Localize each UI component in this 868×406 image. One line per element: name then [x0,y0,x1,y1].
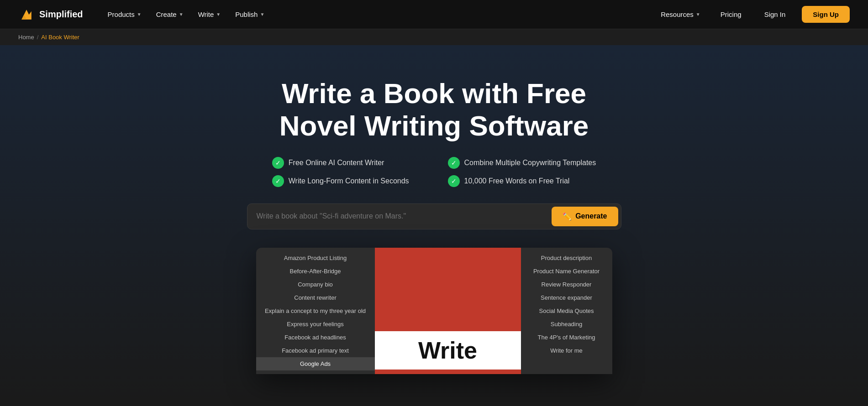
generate-label: Generate [575,212,607,220]
list-item[interactable]: Express your feelings [256,318,375,331]
breadcrumb-separator: / [37,34,39,41]
feature-item-2: ✓ Combine Multiple Copywriting Templates [448,157,596,169]
feature-item-4: ✓ 10,000 Free Words on Free Trial [448,175,596,187]
resources-chevron-icon: ▼ [696,12,700,17]
preview-section: Amazon Product Listing Before-After-Brid… [256,229,612,374]
check-icon-4: ✓ [448,175,460,187]
hero-title: Write a Book with Free Novel Writing Sof… [252,77,617,142]
breadcrumb-home[interactable]: Home [18,34,34,41]
list-item[interactable]: Facebook ad headlines [256,331,375,344]
check-icon-3: ✓ [272,175,284,187]
list-item[interactable]: Product description [521,251,612,265]
generate-button[interactable]: ✏️ Generate [552,207,618,226]
logo-text: Simplified [39,9,83,20]
list-item[interactable]: Review Responder [521,278,612,291]
logo-link[interactable]: Simplified [18,6,83,23]
check-icon-2: ✓ [448,157,460,169]
hero-section: Write a Book with Free Novel Writing Sof… [0,45,868,401]
search-bar: ✏️ Generate [247,203,621,229]
nav-create[interactable]: Create ▼ [150,7,190,22]
feature-label-4: 10,000 Free Words on Free Trial [464,177,570,185]
signin-button[interactable]: Sign In [755,7,795,22]
navbar: Simplified Products ▼ Create ▼ Write ▼ P… [0,0,868,29]
preview-center-panel: Write [375,248,521,374]
nav-write[interactable]: Write ▼ [192,7,227,22]
list-item[interactable]: Amazon Product Listing [256,251,375,265]
preview-right-sidebar: Product description Product Name Generat… [521,248,612,374]
hero-features: ✓ Free Online AI Content Writer ✓ Combin… [272,157,596,187]
publish-chevron-icon: ▼ [260,12,264,17]
feature-item-3: ✓ Write Long-Form Content in Seconds [272,175,421,187]
create-chevron-icon: ▼ [179,12,184,17]
list-item[interactable]: Sentence expander [521,291,612,304]
list-item[interactable]: Write for me [521,344,612,357]
search-input[interactable] [257,212,552,220]
nav-right: Resources ▼ Pricing Sign In Sign Up [654,6,850,23]
check-icon-1: ✓ [272,157,284,169]
feature-label-2: Combine Multiple Copywriting Templates [464,159,596,167]
generate-icon: ✏️ [563,212,572,221]
list-item[interactable]: Content rewriter [256,291,375,304]
feature-label-1: Free Online AI Content Writer [289,159,384,167]
signup-button[interactable]: Sign Up [802,6,850,23]
nav-links: Products ▼ Create ▼ Write ▼ Publish ▼ [101,7,655,22]
logo-icon [18,6,35,23]
list-item[interactable]: Subheading [521,318,612,331]
list-item[interactable]: Social Media Quotes [521,304,612,318]
feature-item-1: ✓ Free Online AI Content Writer [272,157,421,169]
nav-publish[interactable]: Publish ▼ [229,7,271,22]
list-item[interactable]: Google Ads [256,357,375,370]
list-item[interactable]: Facebook ad primary text [256,344,375,357]
list-item[interactable]: Before-After-Bridge [256,265,375,278]
list-item[interactable]: Explain a concept to my three year old [256,304,375,318]
breadcrumb-current[interactable]: AI Book Writer [41,34,79,41]
nav-pricing[interactable]: Pricing [714,7,748,22]
products-chevron-icon: ▼ [137,12,142,17]
nav-products[interactable]: Products ▼ [101,7,148,22]
list-item[interactable]: The 4P's of Marketing [521,331,612,344]
preview-write-area: Write [375,331,521,370]
list-item[interactable]: Company bio [256,278,375,291]
preview-write-text: Write [418,337,477,364]
list-item[interactable]: Product Name Generator [521,265,612,278]
nav-resources[interactable]: Resources ▼ [654,7,707,22]
breadcrumb: Home / AI Book Writer [0,29,868,45]
preview-sidebar: Amazon Product Listing Before-After-Brid… [256,248,375,374]
feature-label-3: Write Long-Form Content in Seconds [289,177,409,185]
write-chevron-icon: ▼ [216,12,221,17]
preview-container: Amazon Product Listing Before-After-Brid… [256,248,612,374]
